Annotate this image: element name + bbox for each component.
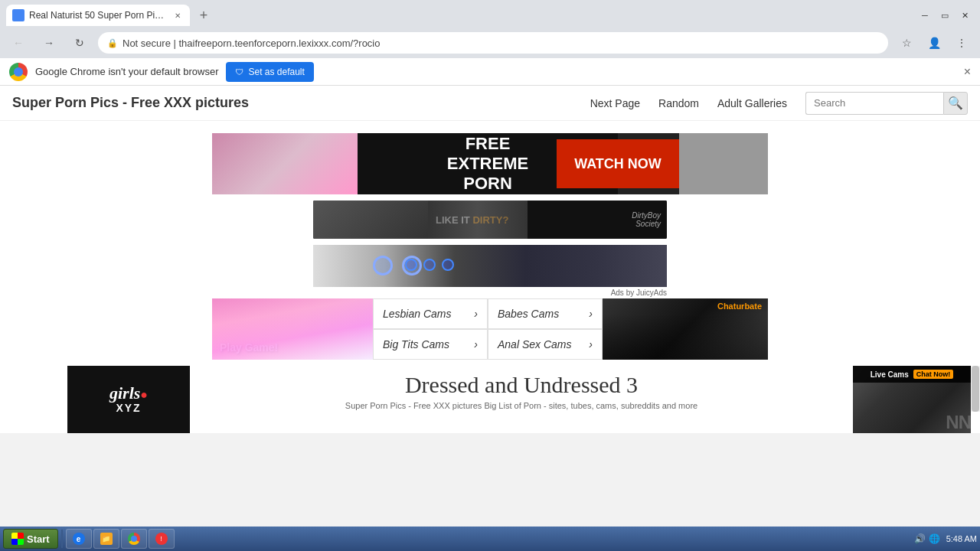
- browser-right-icons: ☆ 👤 ⋮: [894, 31, 974, 55]
- chaturbate-promo[interactable]: Chaturbate: [603, 298, 768, 360]
- girls-xyz-domain: XYZ: [116, 402, 141, 414]
- ad-banner-right-image: [679, 133, 768, 194]
- chrome-taskbar-icon: [128, 533, 140, 545]
- ad-banner-1[interactable]: FREE EXTREME PORN WATCH NOW: [212, 133, 768, 194]
- notification-close-button[interactable]: ×: [964, 65, 971, 79]
- page-subtitle: Super Porn Pics - Free XXX pictures Big …: [205, 401, 838, 410]
- ie-icon: e: [73, 533, 85, 545]
- tab-favicon: [12, 9, 24, 21]
- set-default-button[interactable]: 🛡 Set as default: [226, 62, 313, 82]
- notification-bar: Google Chrome isn't your default browser…: [0, 58, 980, 86]
- babes-cams-link[interactable]: Babes Cams ›: [488, 298, 603, 329]
- notification-text: Google Chrome isn't your default browser: [35, 66, 218, 77]
- window-controls: ─ ▭ ✕: [916, 6, 980, 24]
- scrollbar[interactable]: [971, 366, 980, 412]
- taskbar-item-antivirus[interactable]: !: [149, 529, 175, 549]
- new-tab-button[interactable]: +: [193, 5, 214, 26]
- circle-2: [402, 256, 422, 276]
- network-icon: 🌐: [929, 533, 940, 544]
- chrome-window: Real Naturist 50 Super Porn Pics - Fr...…: [0, 0, 980, 433]
- reload-button[interactable]: ↻: [67, 31, 92, 55]
- ad-porn-text: PORN: [463, 174, 512, 194]
- clock: 5:48 AM: [946, 534, 977, 543]
- taskbar: Start e 📁 ! 🔊 🌐 5:48 AM: [0, 527, 980, 551]
- play-game-promo[interactable]: Play Game!: [212, 298, 373, 360]
- live-cams-watermark: NN: [946, 412, 971, 433]
- shield-icon: 🛡: [235, 67, 243, 77]
- chat-now-badge: Chat Now!: [913, 370, 954, 379]
- next-page-link[interactable]: Next Page: [590, 97, 640, 109]
- ad-banner-left-image: [212, 133, 358, 194]
- live-cams-text: Live Cams: [871, 370, 909, 379]
- page-title-section: Dressed and Undressed 3 Super Porn Pics …: [190, 366, 853, 410]
- circle-1: [373, 256, 393, 276]
- address-bar: ← → ↻ 🔒 Not secure | thaifreeporn.teenfo…: [0, 28, 980, 58]
- cam-ad-area: Ads by JuicyAds: [313, 245, 667, 297]
- taskbar-item-chrome[interactable]: [121, 529, 147, 549]
- cam-ad-image: [313, 245, 667, 287]
- search-button[interactable]: 🔍: [943, 92, 968, 115]
- taskbar-item-folder[interactable]: 📁: [93, 529, 119, 549]
- anal-sex-cams-link[interactable]: Anal Sex Cams ›: [488, 329, 603, 360]
- search-input[interactable]: [805, 92, 943, 115]
- windows-logo-icon: [11, 533, 24, 545]
- search-form: 🔍: [805, 92, 968, 115]
- maximize-button[interactable]: ▭: [936, 6, 954, 24]
- tab-strip: Real Naturist 50 Super Porn Pics - Fr...…: [0, 5, 916, 26]
- random-link[interactable]: Random: [658, 97, 699, 109]
- folder-icon: 📁: [100, 533, 113, 545]
- back-button[interactable]: ←: [6, 31, 31, 55]
- cam-buttons-section: Play Game! Lesbian Cams › Babes Cams › B…: [212, 298, 768, 360]
- ad-extreme-text: EXTREME: [447, 154, 528, 174]
- system-tray: 🔊 🌐: [914, 533, 940, 544]
- address-input[interactable]: 🔒 Not secure | thaifreeporn.teenforcepor…: [98, 32, 888, 54]
- site-nav: Super Porn Pics - Free XXX pictures Next…: [0, 86, 980, 121]
- ad2-thumb: [428, 201, 528, 239]
- search-icon: 🔍: [948, 96, 963, 110]
- active-tab[interactable]: Real Naturist 50 Super Porn Pics - Fr...…: [6, 5, 190, 26]
- page-title: Dressed and Undressed 3: [205, 372, 838, 398]
- forward-button[interactable]: →: [37, 31, 61, 55]
- bottom-section: girls● XYZ Dressed and Undressed 3 Super…: [0, 366, 980, 433]
- watch-now-button[interactable]: WATCH NOW: [557, 139, 679, 188]
- content-area: FREE EXTREME PORN WATCH NOW LIKE IT DIRT…: [0, 121, 980, 433]
- taskbar-right: 🔊 🌐 5:48 AM: [914, 533, 977, 544]
- dot-2: [423, 259, 436, 271]
- cam-circles: [373, 256, 422, 276]
- cam-links-grid: Lesbian Cams › Babes Cams › Big Tits Cam…: [373, 298, 603, 360]
- live-cams-header: Live Cams Chat Now!: [853, 366, 971, 383]
- tab-title: Real Naturist 50 Super Porn Pics - Fr...: [29, 10, 167, 21]
- account-button[interactable]: 👤: [922, 31, 946, 55]
- ad-free-text: FREE: [466, 134, 511, 154]
- url-text: Not secure | thaifreeporn.teenforceporn.…: [122, 37, 380, 49]
- bookmark-button[interactable]: ☆: [894, 31, 919, 55]
- chaturbate-label: Chaturbate: [717, 302, 762, 311]
- close-window-button[interactable]: ✕: [956, 6, 974, 24]
- scrollbar-thumb[interactable]: [972, 366, 979, 412]
- girls-xyz-ad[interactable]: girls● XYZ: [67, 366, 190, 433]
- tab-close-button[interactable]: ✕: [172, 9, 184, 21]
- taskbar-item-ie[interactable]: e: [66, 529, 92, 549]
- antivirus-icon: !: [155, 533, 168, 545]
- chrome-logo-icon: [9, 63, 28, 81]
- girls-xyz-logo: girls●: [109, 385, 148, 402]
- minimize-button[interactable]: ─: [916, 6, 934, 24]
- menu-button[interactable]: ⋮: [949, 31, 974, 55]
- juicy-ads-label: Ads by JuicyAds: [313, 289, 667, 297]
- title-bar: Real Naturist 50 Super Porn Pics - Fr...…: [0, 0, 980, 28]
- ad2-logo: DirtyBoy Society: [632, 211, 661, 228]
- adult-galleries-link[interactable]: Adult Galleries: [717, 97, 787, 109]
- lesbian-cams-link[interactable]: Lesbian Cams ›: [373, 298, 488, 329]
- start-button[interactable]: Start: [3, 529, 58, 549]
- lock-icon: 🔒: [107, 38, 118, 48]
- speaker-icon: 🔊: [914, 533, 926, 544]
- dot-3: [442, 259, 454, 271]
- big-tits-cams-link[interactable]: Big Tits Cams ›: [373, 329, 488, 360]
- taskbar-separator: [61, 530, 63, 548]
- live-cams-ad[interactable]: Live Cams Chat Now! NN: [853, 366, 971, 433]
- ad2-left-image: [313, 201, 428, 239]
- ad-banner-2[interactable]: LIKE IT DIRTY? DirtyBoy Society: [313, 201, 667, 239]
- site-title: Super Porn Pics - Free XXX pictures: [12, 95, 572, 111]
